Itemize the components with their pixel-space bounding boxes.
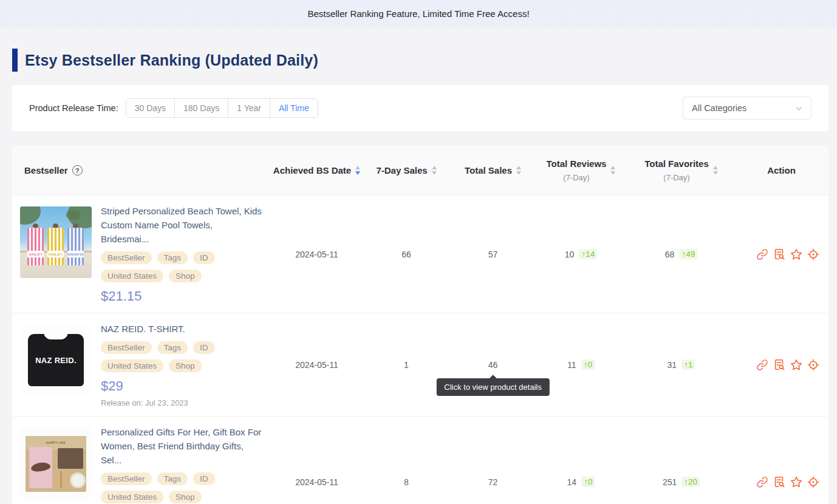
promo-banner: Bestseller Ranking Feature, Limited Time… (0, 0, 837, 27)
cell-total-sales: 57 (452, 196, 534, 313)
tooltip: Click to view product details (436, 378, 549, 396)
header-total-sales[interactable]: Total Sales (452, 165, 534, 175)
release-time-label: Product Release Time: (29, 103, 118, 113)
release-time-30-days[interactable]: 30 Days (126, 99, 175, 117)
header-action: Action (734, 165, 828, 175)
palm-decoration (66, 210, 81, 220)
cell-7day-sales: 8 (361, 417, 452, 504)
sort-icon-achieved-date[interactable] (355, 166, 360, 175)
header-achieved-bs-date[interactable]: Achieved BS Date (273, 165, 361, 175)
table-row: NAZ REID. NAZ REID. T-SHIRT. BestSeller … (12, 313, 828, 417)
cell-7day-sales: 66 (361, 196, 452, 313)
tag-tags[interactable]: Tags (157, 341, 188, 354)
cell-achieved-date: 2024-05-11 (273, 196, 361, 313)
tag-id[interactable]: ID (193, 251, 215, 264)
tag-bestseller[interactable]: BestSeller (101, 341, 152, 354)
cell-total-reviews: 14 ↑0 (534, 417, 628, 504)
cell-action (734, 417, 828, 504)
favorites-delta-badge: ↑1 (682, 359, 695, 370)
sort-icon-total-reviews[interactable] (610, 166, 615, 175)
favorites-delta-badge: ↑49 (679, 249, 697, 259)
favorites-delta-badge: ↑20 (682, 477, 700, 487)
product-tags: BestSeller Tags ID United States Shop (101, 341, 265, 372)
track-target-icon[interactable] (807, 475, 820, 489)
link-icon[interactable] (756, 358, 769, 372)
release-time-button-group: 30 Days 180 Days 1 Year All Time (126, 98, 318, 118)
reviews-delta-badge: ↑14 (579, 249, 597, 259)
tag-shop[interactable]: Shop (169, 491, 202, 503)
page-header: Etsy Bestseller Ranking (Updated Daily) (12, 49, 837, 72)
cell-total-favorites: 31 ↑1 (628, 313, 734, 416)
filter-bar: Product Release Time: 30 Days 180 Days 1… (12, 85, 828, 131)
product-title[interactable]: Striped Personalized Beach Towel, Kids C… (101, 204, 262, 246)
product-price: $21.15 (101, 288, 265, 304)
category-select-value: All Categories (692, 103, 746, 113)
sort-icon-7day-sales[interactable] (432, 166, 437, 175)
sort-icon-total-sales[interactable] (516, 166, 521, 175)
tag-tags[interactable]: Tags (157, 472, 188, 485)
release-time-all-time[interactable]: All Time (270, 99, 318, 117)
reviews-delta-badge: ↑0 (581, 477, 595, 487)
release-time-1-year[interactable]: 1 Year (228, 99, 270, 117)
table-header-row: Bestseller ? Achieved BS Date 7-Day Sale… (12, 146, 828, 196)
chevron-down-icon (796, 105, 802, 112)
header-total-favorites[interactable]: Total Favorites (7-Day) (628, 159, 734, 182)
cell-achieved-date: 2024-05-11 (273, 313, 361, 416)
product-report-icon[interactable] (773, 248, 786, 261)
tag-tags[interactable]: Tags (157, 251, 188, 264)
cell-total-sales: 46 Click to view product details (452, 313, 534, 416)
bestseller-table: Bestseller ? Achieved BS Date 7-Day Sale… (12, 146, 828, 504)
header-bestseller: Bestseller ? (12, 165, 273, 175)
header-total-reviews[interactable]: Total Reviews (7-Day) (534, 159, 628, 182)
cell-total-sales: 72 (452, 417, 534, 504)
tag-id[interactable]: ID (193, 341, 215, 354)
cell-total-favorites: 251 ↑20 (628, 417, 734, 504)
table-row: HAILEY HAILEY JENNIFER Striped Personali… (12, 196, 828, 313)
product-report-icon[interactable] (773, 475, 786, 489)
tag-shop[interactable]: Shop (169, 270, 202, 282)
link-icon[interactable] (756, 475, 769, 489)
category-select[interactable]: All Categories (683, 97, 811, 120)
cell-total-reviews: 10 ↑14 (534, 196, 628, 313)
tag-bestseller[interactable]: BestSeller (101, 472, 152, 485)
cell-achieved-date: 2024-05-11 (273, 417, 361, 504)
promo-banner-text: Bestseller Ranking Feature, Limited Time… (307, 9, 529, 19)
palm-decoration (20, 206, 41, 225)
tag-united-states[interactable]: United States (101, 491, 163, 503)
title-accent-bar (12, 49, 18, 72)
product-title[interactable]: Personalized Gifts For Her, Gift Box For… (101, 425, 262, 467)
table-row: HAPPY LIFE Personalized Gifts For Her, G… (12, 417, 828, 504)
favorite-star-icon[interactable] (790, 248, 803, 261)
link-icon[interactable] (756, 248, 769, 261)
tag-shop[interactable]: Shop (169, 359, 202, 372)
sort-icon-total-favorites[interactable] (713, 166, 718, 175)
product-tags: BestSeller Tags ID United States Shop (101, 472, 265, 503)
product-image-tshirt[interactable]: NAZ REID. (20, 324, 92, 396)
product-title[interactable]: NAZ REID. T-SHIRT. (101, 322, 262, 336)
product-tags: BestSeller Tags ID United States Shop (101, 251, 265, 282)
cell-total-favorites: 68 ↑49 (628, 196, 734, 313)
release-date: Release on: Jul 23, 2023 (101, 398, 265, 407)
product-price: $29 (101, 378, 265, 394)
reviews-delta-badge: ↑0 (581, 359, 595, 370)
product-report-icon[interactable] (773, 358, 786, 372)
track-target-icon[interactable] (807, 358, 820, 372)
cell-action (734, 196, 828, 313)
page-title: Etsy Bestseller Ranking (Updated Daily) (25, 52, 318, 69)
release-time-180-days[interactable]: 180 Days (175, 99, 228, 117)
help-icon[interactable]: ? (72, 165, 83, 175)
tag-id[interactable]: ID (193, 472, 215, 485)
favorite-star-icon[interactable] (790, 475, 803, 489)
track-target-icon[interactable] (807, 248, 820, 261)
favorite-star-icon[interactable] (790, 358, 803, 372)
header-7day-sales[interactable]: 7-Day Sales (361, 165, 452, 175)
product-image-beach-towels[interactable]: HAILEY HAILEY JENNIFER (20, 206, 92, 278)
tag-united-states[interactable]: United States (101, 359, 163, 372)
cell-action (734, 313, 828, 416)
tag-bestseller[interactable]: BestSeller (101, 251, 152, 264)
product-image-giftbox[interactable]: HAPPY LIFE (20, 427, 92, 499)
cell-total-reviews: 11 ↑0 (534, 313, 628, 416)
cell-7day-sales: 1 (361, 313, 452, 416)
tag-united-states[interactable]: United States (101, 270, 163, 282)
